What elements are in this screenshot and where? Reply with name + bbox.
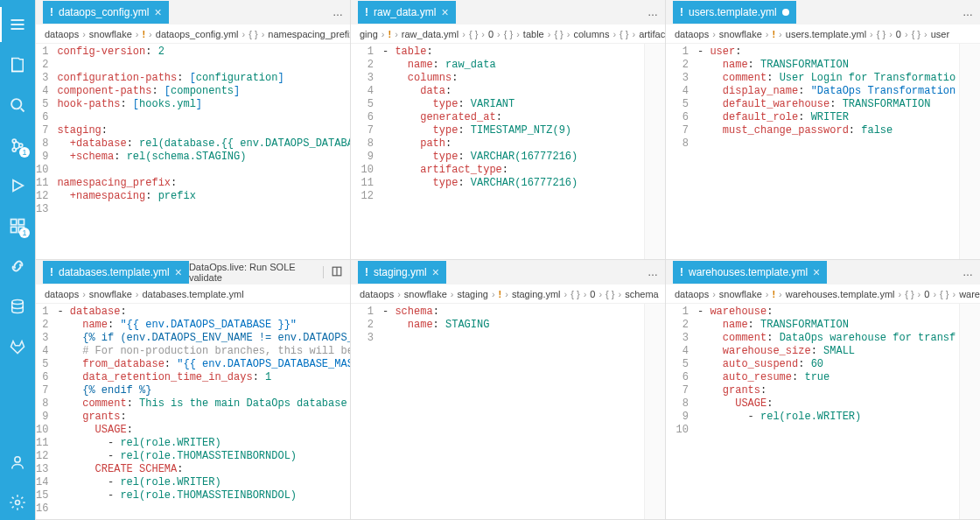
breadcrumb-segment[interactable]: dataops	[45, 29, 79, 39]
close-icon[interactable]: ×	[175, 265, 182, 279]
object-icon[interactable]: { }	[248, 29, 257, 39]
database-icon[interactable]	[0, 289, 35, 324]
breadcrumb-segment[interactable]: staging	[457, 289, 487, 299]
search-icon[interactable]	[0, 88, 35, 123]
breadcrumb[interactable]: dataops›snowflake›databases.template.yml	[36, 285, 350, 304]
code-content[interactable]: - user: name: TRANSFORMATION comment: Us…	[697, 44, 959, 259]
code-content[interactable]: - warehouse: name: TRANSFORMATION commen…	[697, 304, 959, 519]
breadcrumb[interactable]: dataops›snowflake›staging›!›staging.yml›…	[351, 285, 665, 304]
scm-badge: 1	[19, 147, 30, 158]
file-icon[interactable]: !	[772, 29, 775, 39]
breadcrumb-segment[interactable]: artifact_type	[639, 29, 665, 39]
code-editor[interactable]: 123456789101112- table: name: raw_data c…	[351, 44, 665, 259]
object-icon[interactable]: { }	[912, 29, 920, 39]
breadcrumb-segment[interactable]: snowflake	[89, 289, 132, 299]
object-icon[interactable]: { }	[469, 29, 478, 39]
tab-actions: …	[648, 266, 665, 278]
breadcrumb-segment[interactable]: snowflake	[404, 289, 447, 299]
close-icon[interactable]: ×	[432, 265, 439, 279]
run-icon[interactable]	[0, 168, 35, 203]
object-icon[interactable]: { }	[905, 289, 914, 299]
close-icon[interactable]: ×	[813, 265, 820, 279]
breadcrumb-segment[interactable]: ging	[360, 29, 378, 39]
breadcrumb-segment[interactable]: dataops	[360, 289, 394, 299]
file-icon: !	[680, 6, 683, 18]
breadcrumb-segment[interactable]: dataops	[45, 289, 79, 299]
breadcrumb-segment[interactable]: snowflake	[719, 289, 762, 299]
breadcrumb-segment[interactable]: raw_data.yml	[402, 29, 458, 39]
extensions-icon[interactable]: 1	[0, 208, 35, 243]
breadcrumb-segment[interactable]: 0	[488, 29, 494, 39]
object-icon[interactable]: { }	[940, 289, 948, 299]
breadcrumb-segment[interactable]: snowflake	[719, 29, 762, 39]
minimap[interactable]	[959, 304, 980, 519]
object-icon[interactable]: { }	[504, 29, 513, 39]
file-icon[interactable]: !	[772, 289, 775, 299]
overflow-icon[interactable]: …	[962, 6, 973, 18]
breadcrumb-segment[interactable]: databases.template.yml	[142, 289, 243, 299]
breadcrumb-segment[interactable]: 0	[924, 289, 929, 299]
breadcrumb-segment[interactable]: 0	[896, 29, 901, 39]
code-editor[interactable]: 12345678910- warehouse: name: TRANSFORMA…	[666, 304, 980, 519]
code-content[interactable]: - database: name: "{{ env.DATAOPS_DATABA…	[57, 304, 350, 519]
overflow-icon[interactable]: …	[648, 6, 658, 18]
object-icon[interactable]: { }	[570, 289, 579, 299]
minimap[interactable]	[959, 44, 980, 259]
code-editor[interactable]: 123- schema: name: STAGING	[351, 304, 665, 519]
file-icon[interactable]: !	[388, 29, 391, 39]
object-icon[interactable]: { }	[606, 289, 614, 299]
breadcrumb-segment[interactable]: dataops_config.yml	[156, 29, 239, 39]
code-editor[interactable]: 12345678910111213config-version: 2config…	[36, 44, 350, 259]
breadcrumb-segment[interactable]: table	[523, 29, 544, 39]
file-icon[interactable]: !	[499, 289, 502, 299]
code-editor[interactable]: 12345678910111213141516- database: name:…	[36, 304, 350, 519]
explorer-icon[interactable]	[0, 47, 35, 82]
settings-icon[interactable]	[0, 485, 35, 520]
breadcrumb[interactable]: dataops›snowflake›!›warehouses.template.…	[666, 285, 980, 304]
breadcrumb[interactable]: dataops›snowflake›!›dataops_config.yml›{…	[36, 25, 350, 44]
breadcrumb-segment[interactable]: wareho	[959, 289, 980, 299]
minimap[interactable]	[644, 44, 665, 259]
breadcrumb-segment[interactable]: warehouses.template.yml	[786, 289, 895, 299]
breadcrumb-segment[interactable]: dataops	[675, 289, 709, 299]
link-icon[interactable]	[0, 249, 35, 284]
breadcrumb-segment[interactable]: user	[931, 29, 949, 39]
breadcrumb[interactable]: ging›!›raw_data.yml›{ }›0›{ }›table›{ }›…	[351, 25, 665, 44]
file-icon[interactable]: !	[142, 29, 145, 39]
tab[interactable]: !users.template.yml	[673, 1, 796, 24]
close-icon[interactable]: ×	[441, 5, 448, 19]
code-content[interactable]: config-version: 2configuration-paths: [c…	[57, 44, 350, 259]
tab[interactable]: !dataops_config.yml×	[43, 1, 169, 24]
close-icon[interactable]: ×	[154, 5, 161, 19]
minimap[interactable]	[644, 304, 665, 519]
breadcrumb-segment[interactable]: users.template.yml	[786, 29, 866, 39]
overflow-icon[interactable]: …	[648, 266, 658, 278]
breadcrumb-segment[interactable]: dataops	[675, 29, 709, 39]
code-content[interactable]: - schema: name: STAGING	[382, 304, 644, 519]
object-icon[interactable]: { }	[877, 29, 886, 39]
scm-icon[interactable]: 1	[0, 128, 35, 163]
breadcrumb-segment[interactable]: staging.yml	[512, 289, 561, 299]
breadcrumb-segment[interactable]: columns	[573, 29, 609, 39]
overflow-icon[interactable]: …	[332, 6, 343, 18]
split-editor-icon[interactable]	[331, 265, 343, 280]
breadcrumb-segment[interactable]: 0	[590, 289, 595, 299]
breadcrumb-segment[interactable]: namespacing_prefix	[268, 29, 350, 39]
breadcrumb-segment[interactable]: snowflake	[89, 29, 132, 39]
code-content[interactable]: - table: name: raw_data columns: data: t…	[382, 44, 644, 259]
account-icon[interactable]	[0, 445, 35, 480]
overflow-icon[interactable]: …	[962, 266, 973, 278]
editor-command-label[interactable]: DataOps.live: Run SOLE validate	[189, 262, 316, 283]
object-icon[interactable]: { }	[620, 29, 628, 39]
tab[interactable]: !warehouses.template.yml×	[673, 261, 827, 284]
tab[interactable]: !databases.template.yml×	[43, 261, 189, 284]
object-icon[interactable]: { }	[554, 29, 563, 39]
tab[interactable]: !staging.yml×	[358, 261, 446, 284]
code-editor[interactable]: 12345678- user: name: TRANSFORMATION com…	[666, 44, 980, 259]
menu-icon[interactable]	[0, 7, 35, 42]
gitlab-icon[interactable]	[0, 329, 35, 364]
breadcrumb-segment[interactable]: schema	[625, 289, 659, 299]
tab[interactable]: !raw_data.yml×	[358, 1, 456, 24]
breadcrumb[interactable]: dataops›snowflake›!›users.template.yml›{…	[666, 25, 980, 44]
tab-bar: !users.template.yml…	[666, 0, 980, 25]
